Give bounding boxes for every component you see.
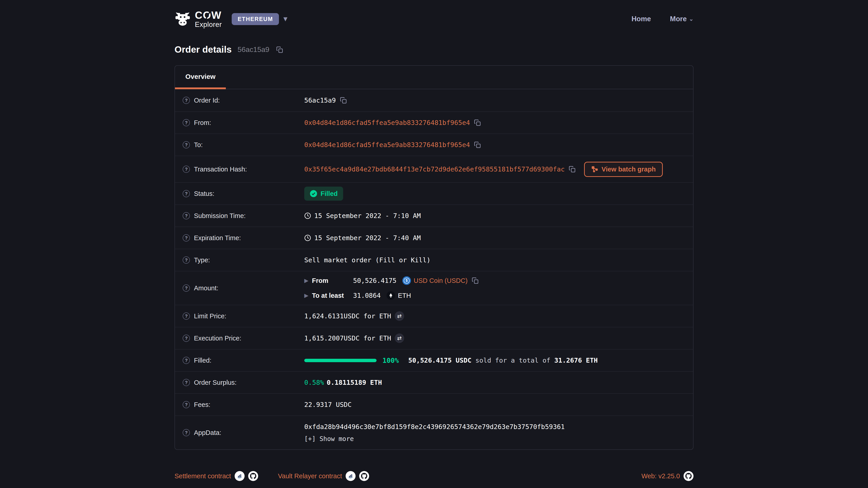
surplus-value: 0.18115189 ETH [327,379,382,386]
logo-wordmark: COW Explorer [195,10,222,28]
vault-relayer-contract-link[interactable]: Vault Relayer contract [278,473,342,480]
vault-relayer-contract-group: Vault Relayer contract [278,471,369,481]
help-icon[interactable]: ? [183,119,190,126]
settlement-contract-link[interactable]: Settlement contract [175,473,231,480]
to-address-link[interactable]: 0x04d84e1d86cfad5ffea5e9ab833276481bf965… [304,141,470,149]
help-icon[interactable]: ? [183,97,190,104]
row-label: Status: [194,190,214,197]
from-address-link[interactable]: 0x04d84e1d86cfad5ffea5e9ab833276481bf965… [304,119,470,127]
copy-icon[interactable] [340,97,347,104]
chevron-down-icon: ⌄ [689,16,693,22]
help-icon[interactable]: ? [183,285,190,292]
help-icon[interactable]: ? [183,379,190,386]
row-from: ? From: 0x04d84e1d86cfad5ffea5e9ab833276… [175,111,693,133]
github-icon[interactable] [359,471,369,481]
row-label: Type: [194,256,210,264]
help-icon[interactable]: ? [183,234,190,241]
top-nav-bar: COW Explorer ETHEREUM ▼ Home More ⌄ [175,0,693,38]
row-label: Submission Time: [194,212,246,220]
nav-item-more[interactable]: More ⌄ [670,15,693,23]
row-transaction-hash: ? Transaction Hash: 0x35f65ec4a9d84e27bd… [175,156,693,182]
help-icon[interactable]: ? [183,190,190,197]
network-selector[interactable]: ETHEREUM ▼ [232,13,289,25]
check-circle-icon [310,190,317,197]
help-icon[interactable]: ? [183,335,190,342]
row-expiration-time: ? Expiration Time: 15 September 2022 - 7… [175,227,693,249]
row-appdata: ? AppData: 0xfda28b94d496c30e7bf8d159f8e… [175,416,693,449]
row-submission-time: ? Submission Time: 15 September 2022 - 7… [175,204,693,227]
copy-icon[interactable] [569,166,576,173]
status-value: Filled [320,190,338,197]
row-label: Execution Price: [194,335,241,342]
copy-icon[interactable] [474,119,481,126]
settlement-contract-group: Settlement contract [175,471,258,481]
copy-icon[interactable] [472,277,478,284]
tab-overview[interactable]: Overview [175,66,226,89]
copy-icon[interactable] [474,141,481,148]
help-icon[interactable]: ? [183,256,190,264]
nav-item-home[interactable]: Home [631,15,651,23]
github-icon[interactable] [684,471,693,481]
tx-hash-link[interactable]: 0x35f65ec4a9d84e27bdb6844f13e7cb72d9de62… [304,165,565,173]
usdc-token-link[interactable]: USD Coin (USDC) [414,277,467,285]
logo-line1: COW [195,10,222,20]
order-short-id: 56ac15a9 [238,45,270,54]
page-title: Order details [175,44,232,55]
help-icon[interactable]: ? [183,357,190,364]
expiration-time-value: 15 September 2022 - 7:40 AM [314,234,421,242]
github-icon[interactable] [248,471,258,481]
row-label: Order Surplus: [194,379,237,386]
row-label: Order Id: [194,97,220,104]
filled-description: 50,526.4175 USDC sold for a total of 31.… [408,357,598,364]
clock-icon [304,213,311,219]
row-amount: ? Amount: ▶ From 50,526.4175 $ USD Coin … [175,271,693,305]
help-icon[interactable]: ? [183,166,190,173]
footer: Settlement contract Vault Relayer contra… [175,471,693,481]
cow-explorer-logo[interactable]: COW Explorer [175,10,222,28]
triangle-right-icon: ▶ [304,292,312,299]
filled-sold-amount: 50,526.4175 USDC [408,357,471,364]
chevron-down-icon: ▼ [282,15,289,23]
row-fees: ? Fees: 22.9317 USDC [175,393,693,416]
row-label: AppData: [194,429,221,436]
view-batch-graph-button[interactable]: View batch graph [584,162,663,177]
copy-icon[interactable] [276,46,283,53]
execution-price-value: 1,615.2007USDC for ETH [304,334,391,342]
help-icon[interactable]: ? [183,212,190,219]
row-label: Fees: [194,401,211,409]
row-label: Transaction Hash: [194,166,247,173]
help-icon[interactable]: ? [183,401,190,408]
order-id-value: 56ac15a9 [304,96,336,104]
swap-arrows-icon[interactable]: ⇄ [395,311,404,321]
row-label: Limit Price: [194,313,226,320]
appdata-show-more[interactable]: [+] Show more [304,435,565,443]
row-label: From: [194,119,211,127]
logo-line2: Explorer [195,21,222,28]
row-order-surplus: ? Order Surplus: 0.58% 0.18115189 ETH [175,371,693,393]
limit-price-value: 1,624.6131USDC for ETH [304,312,391,320]
row-label: Expiration Time: [194,234,241,242]
row-limit-price: ? Limit Price: 1,624.6131USDC for ETH ⇄ [175,305,693,327]
etherscan-icon[interactable] [235,471,245,481]
row-to: ? To: 0x04d84e1d86cfad5ffea5e9ab83327648… [175,133,693,156]
help-icon[interactable]: ? [183,429,190,436]
row-order-id: ? Order Id: 56ac15a9 [175,89,693,111]
submission-time-value: 15 September 2022 - 7:10 AM [314,212,421,220]
amount-to-line: ▶ To at least 31.0864 ETH [304,291,478,300]
tab-bar: Overview [175,66,693,89]
swap-arrows-icon[interactable]: ⇄ [395,333,404,343]
row-label: Filled: [194,357,211,364]
help-icon[interactable]: ? [183,313,190,320]
row-status: ? Status: Filled [175,182,693,204]
amount-to-value: 31.0864 [353,292,381,299]
web-version-link[interactable]: Web: v2.25.0 [642,473,680,480]
nav-more-label: More [670,15,687,23]
amount-from-label: From [312,277,353,285]
eth-icon [386,291,395,300]
help-icon[interactable]: ? [183,141,190,149]
filled-total: 31.2676 ETH [554,357,598,364]
row-label: Amount: [194,285,218,292]
usdc-icon: $ [402,276,411,285]
network-badge[interactable]: ETHEREUM [232,13,279,25]
etherscan-icon[interactable] [346,471,355,481]
